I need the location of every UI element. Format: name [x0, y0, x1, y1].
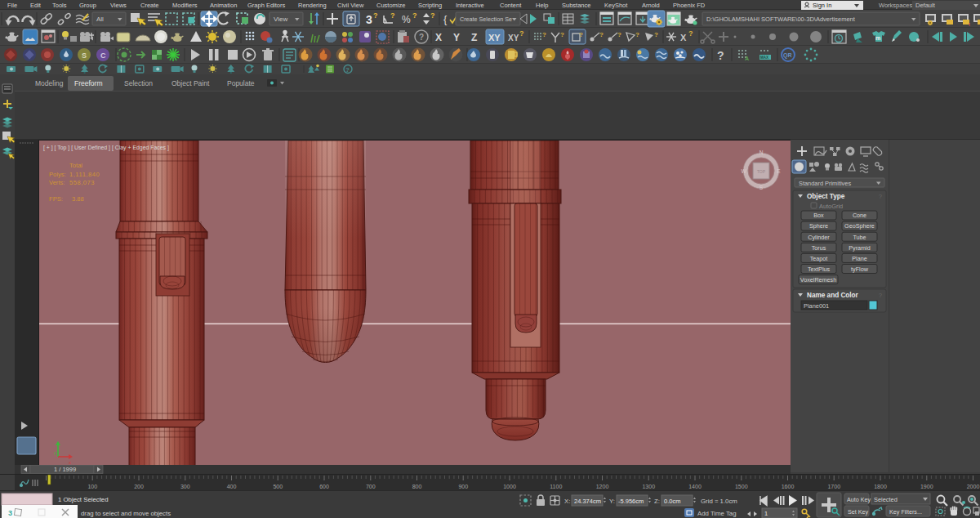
svg-text:Sphere: Sphere: [809, 222, 828, 230]
svg-text:Phoenix FD: Phoenix FD: [673, 2, 706, 9]
svg-text:1: 1: [764, 510, 768, 517]
svg-text:1600: 1600: [782, 484, 795, 489]
svg-text:558,073: 558,073: [69, 179, 95, 186]
svg-text:Verts:: Verts:: [49, 179, 65, 186]
svg-text:{: {: [443, 13, 448, 25]
svg-text:Help: Help: [536, 2, 548, 9]
svg-text:Standard Primitives: Standard Primitives: [799, 180, 851, 187]
svg-text:All: All: [96, 16, 104, 23]
svg-text:?: ?: [542, 31, 546, 38]
svg-text:?: ?: [717, 49, 724, 62]
svg-text:X: X: [680, 33, 687, 42]
svg-text:3: 3: [8, 509, 12, 517]
svg-text:1400: 1400: [688, 484, 702, 489]
svg-text:Substance: Substance: [562, 2, 590, 9]
svg-text:Views: Views: [110, 2, 127, 9]
svg-text:Grid = 1.0cm: Grid = 1.0cm: [701, 498, 737, 505]
svg-text:Z: Z: [471, 32, 477, 43]
svg-text:Cone: Cone: [853, 212, 866, 219]
svg-text:300: 300: [180, 484, 190, 489]
svg-text:Sign In: Sign In: [813, 2, 831, 9]
svg-text:?: ?: [879, 292, 882, 298]
svg-text:900: 900: [458, 484, 468, 489]
svg-text:?: ?: [688, 29, 693, 38]
svg-text:?: ?: [390, 11, 395, 20]
svg-text:Default: Default: [915, 2, 936, 9]
svg-text:?: ?: [373, 11, 378, 20]
svg-text:Create: Create: [140, 2, 159, 9]
svg-text:Rendering: Rendering: [298, 2, 327, 9]
svg-text:Total: Total: [69, 162, 82, 169]
svg-text:QR: QR: [783, 52, 792, 59]
svg-text:1900: 1900: [920, 484, 933, 489]
svg-text:Key Filters...: Key Filters...: [889, 508, 922, 516]
svg-text:X: X: [435, 32, 442, 43]
svg-text:MAX: MAX: [760, 56, 768, 60]
svg-text:A: A: [745, 56, 749, 61]
svg-text:Y:: Y:: [609, 498, 615, 505]
svg-text:Box: Box: [813, 212, 824, 219]
svg-text:1 / 1999: 1 / 1999: [54, 466, 76, 473]
svg-text:?: ?: [599, 31, 604, 38]
svg-text:1,111,840: 1,111,840: [69, 171, 100, 178]
svg-text:1700: 1700: [827, 484, 840, 489]
svg-text:400: 400: [227, 484, 237, 489]
svg-text:m: m: [875, 35, 880, 41]
svg-text:-5.956cm: -5.956cm: [618, 498, 644, 505]
svg-text:1 Object Selected: 1 Object Selected: [58, 496, 109, 503]
svg-text:D:\GHOLAMSHAHI SOFTWARE\00-3D\: D:\GHOLAMSHAHI SOFTWARE\00-3D\Advertisem…: [706, 16, 856, 23]
svg-text:Plane: Plane: [852, 255, 866, 262]
svg-text:3.88: 3.88: [72, 195, 84, 203]
svg-text:Selected: Selected: [874, 496, 898, 503]
svg-text:[ + ] [ Top ] [ User Defined ]: [ + ] [ Top ] [ User Defined ] [ Clay + …: [43, 145, 169, 151]
svg-text:y: y: [54, 450, 56, 455]
svg-text:Object Paint: Object Paint: [172, 79, 210, 87]
svg-text:GeoSphere: GeoSphere: [844, 222, 875, 230]
svg-text:1800: 1800: [874, 484, 887, 489]
svg-text:tyFlow: tyFlow: [851, 266, 869, 273]
svg-text:3: 3: [366, 13, 372, 26]
svg-text:!: !: [969, 22, 970, 27]
svg-text:Scripting: Scripting: [418, 2, 442, 9]
svg-text:800: 800: [412, 484, 422, 489]
svg-text:Teapot: Teapot: [810, 255, 828, 262]
svg-text:1500: 1500: [735, 484, 748, 489]
svg-text:200: 200: [134, 484, 144, 489]
svg-text:?: ?: [419, 33, 424, 42]
svg-text:File: File: [7, 2, 17, 9]
svg-text:X:: X:: [564, 498, 570, 505]
svg-text:Graph Editors: Graph Editors: [247, 2, 286, 9]
svg-text:?: ?: [654, 31, 658, 38]
svg-text:KeyShot: KeyShot: [604, 2, 628, 9]
svg-text:Polys:: Polys:: [49, 171, 66, 178]
svg-text:Object Type: Object Type: [807, 193, 845, 200]
svg-text:?: ?: [635, 31, 639, 38]
svg-text:Modifiers: Modifiers: [172, 2, 198, 9]
svg-text:?: ?: [412, 11, 417, 20]
svg-text:1000: 1000: [503, 484, 516, 489]
svg-text:View: View: [274, 16, 287, 23]
svg-text:?: ?: [879, 194, 882, 199]
svg-text:Cylinder: Cylinder: [808, 234, 830, 241]
svg-text:Animation: Animation: [210, 2, 237, 9]
svg-text:1100: 1100: [550, 484, 562, 489]
svg-text:?: ?: [430, 11, 435, 20]
svg-text:%: %: [402, 14, 411, 25]
svg-text:VoxelRemesh: VoxelRemesh: [800, 276, 836, 284]
svg-text:Freeform: Freeform: [74, 79, 102, 87]
svg-text:2000: 2000: [967, 484, 980, 489]
svg-text:Arnold: Arnold: [642, 2, 660, 9]
svg-text:600: 600: [319, 484, 329, 489]
svg-text:100: 100: [87, 484, 97, 489]
svg-text:C: C: [100, 51, 106, 60]
svg-text:drag to select and move object: drag to select and move objects: [81, 510, 171, 517]
svg-text:Auto Key: Auto Key: [847, 496, 871, 503]
svg-text:XY: XY: [508, 33, 519, 42]
svg-text:Customize: Customize: [376, 2, 405, 9]
svg-text:Tube: Tube: [853, 234, 866, 241]
svg-text:XY: XY: [488, 33, 501, 42]
svg-text:Set Key: Set Key: [848, 508, 869, 516]
svg-text:?: ?: [579, 31, 583, 38]
svg-text:Plane001: Plane001: [804, 302, 829, 310]
svg-text:1200: 1200: [596, 484, 609, 489]
